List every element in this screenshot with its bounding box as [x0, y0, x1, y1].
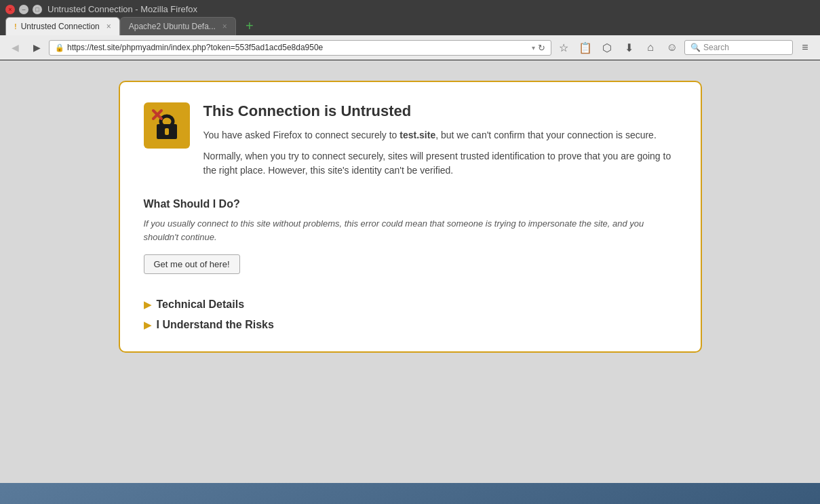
search-placeholder: Search: [703, 43, 729, 52]
svg-rect-3: [165, 128, 169, 135]
tab-close-1[interactable]: ×: [106, 22, 111, 31]
download-button[interactable]: ⬇: [619, 38, 638, 57]
understand-risks-section[interactable]: ▶ I Understand the Risks: [144, 319, 677, 331]
title-bar: × – □ Untrusted Connection - Mozilla Fir…: [0, 0, 820, 17]
smiley-button[interactable]: ☺: [663, 38, 682, 57]
back-button[interactable]: ◀: [5, 38, 24, 57]
what-to-do-title: What Should I Do?: [144, 198, 677, 210]
card-description-1: You have asked Firefox to connect secure…: [203, 128, 677, 142]
home-button[interactable]: ⌂: [641, 38, 660, 57]
reload-icon[interactable]: ↻: [538, 43, 545, 53]
navigation-bar: ◀ ▶ 🔒 https://test.site/phpmyadmin/index…: [0, 35, 820, 60]
new-tab-button[interactable]: +: [241, 17, 258, 35]
warning-svg-icon: [147, 105, 187, 146]
browser-chrome: × – □ Untrusted Connection - Mozilla Fir…: [0, 0, 820, 60]
url-text: https://test.site/phpmyadmin/index.php?t…: [67, 43, 529, 52]
understand-risks-expand-arrow: ▶: [144, 319, 151, 330]
understand-risks-label: I Understand the Risks: [157, 319, 274, 331]
browser-title: Untrusted Connection - Mozilla Firefox: [47, 4, 197, 14]
card-header-text: This Connection is Untrusted You have as…: [203, 102, 677, 185]
error-card: This Connection is Untrusted You have as…: [119, 81, 702, 353]
get-out-button[interactable]: Get me out of here!: [144, 254, 240, 274]
technical-details-expand-arrow: ▶: [144, 299, 151, 310]
tab-untrusted-connection[interactable]: ! Untrusted Connection ×: [5, 17, 120, 35]
tab-label-1: Untrusted Connection: [21, 22, 100, 31]
technical-details-label: Technical Details: [157, 298, 245, 311]
domain-name: test.site: [399, 130, 435, 140]
url-dropdown-icon[interactable]: ▾: [532, 44, 535, 52]
maximize-button[interactable]: □: [33, 5, 42, 14]
search-bar[interactable]: 🔍 Search: [684, 40, 793, 55]
tab-label-2: Apache2 Ubuntu Defa...: [129, 22, 216, 31]
tab-close-2[interactable]: ×: [222, 22, 227, 31]
bookmark-star-button[interactable]: ☆: [554, 38, 573, 57]
minimize-button[interactable]: –: [19, 5, 28, 14]
technical-details-section[interactable]: ▶ Technical Details: [144, 298, 677, 311]
reader-mode-button[interactable]: 📋: [576, 38, 595, 57]
lock-icon: 🔒: [55, 43, 64, 52]
search-icon: 🔍: [690, 43, 701, 52]
menu-button[interactable]: ≡: [796, 38, 815, 57]
address-bar[interactable]: 🔒 https://test.site/phpmyadmin/index.php…: [49, 40, 551, 56]
card-description-2: Normally, when you try to connect secure…: [203, 149, 677, 178]
advice-text: If you usually connect to this site with…: [144, 217, 677, 244]
tab-apache[interactable]: Apache2 Ubuntu Defa... ×: [120, 17, 236, 35]
forward-button[interactable]: ▶: [27, 38, 46, 57]
window-controls: × – □: [5, 5, 42, 14]
card-header: This Connection is Untrusted You have as…: [144, 102, 677, 185]
tabs-bar: ! Untrusted Connection × Apache2 Ubuntu …: [0, 17, 820, 35]
untrusted-connection-icon: [144, 102, 190, 149]
card-title: This Connection is Untrusted: [203, 102, 677, 120]
close-button[interactable]: ×: [5, 5, 15, 14]
warning-tab-icon: !: [14, 22, 17, 31]
pocket-button[interactable]: ⬡: [598, 38, 617, 57]
page-content: This Connection is Untrusted You have as…: [0, 60, 820, 483]
